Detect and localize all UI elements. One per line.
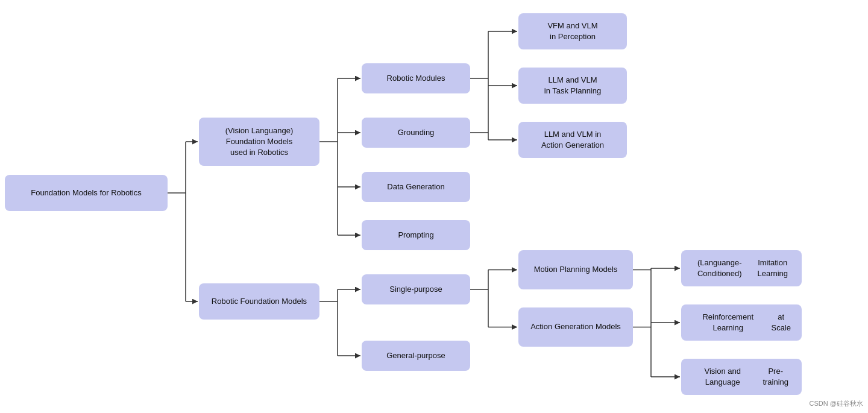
node-robotic_modules: Robotic Modules [362, 63, 470, 93]
node-imitation_learning: (Languange-Conditioned)Imitation Learnin… [681, 250, 802, 286]
diagram: Foundation Models for Robotics (Vision L… [0, 0, 868, 413]
node-vfm_vlm_perception: VFM and VLMin Perception [518, 13, 627, 49]
node-data_generation: Data Generation [362, 172, 470, 202]
node-action_generation: Action Generation Models [518, 307, 633, 347]
watermark: CSDN @硅谷秋水 [810, 399, 863, 408]
node-grounding: Grounding [362, 118, 470, 148]
node-prompting: Prompting [362, 220, 470, 250]
node-motion_planning: Motion Planning Models [518, 250, 633, 289]
node-llm_vlm_action: LLM and VLM inAction Generation [518, 122, 627, 158]
node-single_purpose: Single-purpose [362, 274, 470, 304]
node-root: Foundation Models for Robotics [5, 175, 168, 211]
node-rl_scale: Reinforcement Learningat Scale [681, 304, 802, 341]
node-robotic_foundation: Robotic Foundation Models [199, 283, 319, 320]
node-general_purpose: General-purpose [362, 341, 470, 371]
node-vision_language_pretrain: Vision and LanguagePre-training [681, 359, 802, 395]
node-vlm_foundation: (Vision Languange)Foundation Modelsused … [199, 118, 319, 166]
node-llm_vlm_task: LLM and VLMin Task Planning [518, 68, 627, 104]
